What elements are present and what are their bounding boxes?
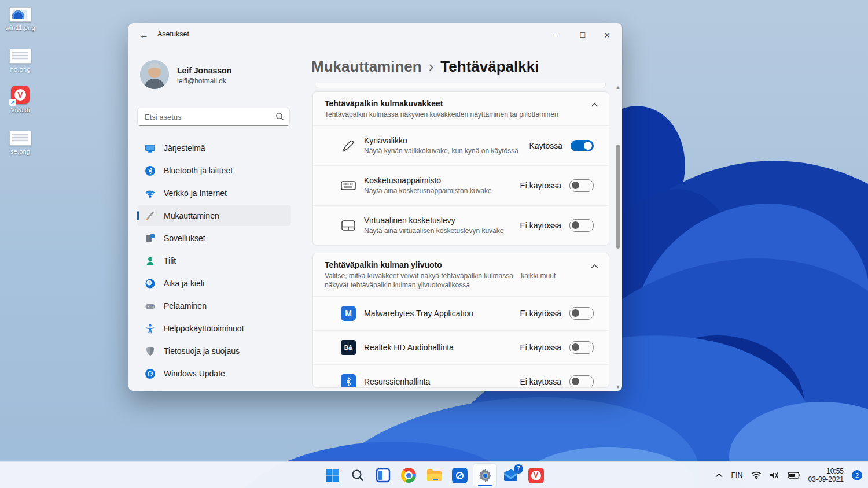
setting-row-touch-keyboard: Kosketusnäppäimistö Näytä aina kosketusn… <box>313 166 609 206</box>
desktop-icon-win11[interactable]: win11.png <box>0 7 41 32</box>
malwarebytes-icon: M <box>341 306 356 321</box>
chrome-icon <box>401 468 416 483</box>
sidebar-item-helppokayttotoiminnot[interactable]: Helppokäyttötoiminnot <box>137 318 291 339</box>
search-icon <box>275 112 284 121</box>
malwarebytes-toggle[interactable] <box>569 307 594 320</box>
setting-row-malwarebytes: M Malwarebytes Tray Application Ei käytö… <box>313 297 609 331</box>
taskbar: 7 V FIN 10:55 03-09-2021 2 <box>0 461 868 488</box>
search-taskbar-icon <box>351 468 365 482</box>
toggle-status: Ei käytössä <box>520 221 561 230</box>
sidebar-item-tietosuoja-ja-suojaus[interactable]: Tietosuoja ja suojaus <box>137 341 291 361</box>
clock[interactable]: 10:55 03-09-2021 <box>808 467 844 483</box>
breadcrumb-parent[interactable]: Mukauttaminen <box>311 58 422 75</box>
active-app-indicator <box>478 485 492 486</box>
file-explorer-button[interactable] <box>422 464 446 487</box>
privacy-icon <box>145 346 156 357</box>
search-input[interactable] <box>144 109 270 125</box>
bluetooth-icon <box>145 165 156 176</box>
vivaldi-icon: V <box>528 468 544 483</box>
sidebar-nav: Järjestelmä Bluetooth ja laitteet Verkko… <box>137 138 291 386</box>
accessibility-icon <box>145 323 156 334</box>
notification-badge[interactable]: 2 <box>852 470 862 480</box>
desktop: win11.png no.png V ↗ Vivaldi se.png ← As… <box>0 0 868 488</box>
scroll-up-arrow[interactable]: ▲ <box>615 84 621 90</box>
desktop-icon-no[interactable]: no.png <box>0 49 41 73</box>
file-explorer-icon <box>426 469 442 482</box>
chevron-up-icon[interactable] <box>715 473 723 478</box>
section-taskbar-corner-overflow: Tehtäväpalkin kulman ylivuoto Valitse, m… <box>312 253 609 388</box>
task-view-button[interactable] <box>372 464 395 487</box>
mail-badge: 7 <box>514 464 523 474</box>
settings-icon <box>477 468 493 483</box>
expander-header[interactable]: Tehtäväpalkin kulmakuvakkeet Tehtäväpalk… <box>313 92 609 126</box>
apps-icon <box>145 233 156 244</box>
bluetooth-app-icon <box>341 374 356 388</box>
sidebar-item-aika-ja-kieli[interactable]: Aika ja kieli <box>137 273 291 294</box>
breadcrumb-separator: › <box>429 58 434 75</box>
settings-button[interactable] <box>473 464 496 487</box>
taskbar-apps: 7 V <box>321 464 547 487</box>
expander-header[interactable]: Tehtäväpalkin kulman ylivuoto Valitse, m… <box>313 253 609 297</box>
wifi-icon[interactable] <box>751 471 762 479</box>
sidebar-item-verkko-ja-internet[interactable]: Verkko ja Internet <box>137 183 291 204</box>
taskbar-search-button[interactable] <box>346 464 369 487</box>
sidebar-item-mukauttaminen[interactable]: Mukauttaminen <box>137 205 291 226</box>
setting-row-resurssienhallinta: Resurssienhallinta Ei käytössä <box>313 365 609 388</box>
avatar[interactable] <box>140 60 169 89</box>
minimize-button[interactable]: – <box>546 28 569 43</box>
sidebar-item-windows-update[interactable]: Windows Update <box>137 363 291 384</box>
toggle-status: Ei käytössä <box>520 181 561 190</box>
pen-icon <box>341 138 355 154</box>
s-app-button[interactable] <box>448 464 471 487</box>
sidebar-item-sovellukset[interactable]: Sovellukset <box>137 228 291 249</box>
content-scrollbar[interactable]: ▲ ▼ <box>615 84 621 390</box>
image-file-icon <box>9 7 31 22</box>
desktop-icon-label: win11.png <box>0 24 41 32</box>
settings-window: ← Asetukset – ☐ ✕ Leif Jonasson leifi@ho… <box>128 23 622 391</box>
toggle-status: Käytössä <box>529 141 562 150</box>
gaming-icon <box>145 301 156 312</box>
personalization-icon <box>145 210 156 221</box>
vivaldi-button[interactable]: V <box>524 464 547 487</box>
chevron-up-icon[interactable] <box>591 102 598 108</box>
sidebar-item-pelaaminen[interactable]: Pelaaminen <box>137 295 291 316</box>
sidebar-item-jarjestelma[interactable]: Järjestelmä <box>137 138 291 158</box>
settings-search[interactable] <box>137 108 290 126</box>
maximize-button[interactable]: ☐ <box>571 28 594 43</box>
volume-icon[interactable] <box>770 471 779 479</box>
time-language-icon <box>145 278 156 289</box>
start-icon <box>325 468 339 482</box>
image-file-icon <box>9 131 31 146</box>
setting-row-virtual-touchpad: Virtuaalinen kosketuslevy Näytä aina vir… <box>313 206 609 245</box>
back-button[interactable]: ← <box>137 29 152 42</box>
sidebar-item-bluetooth-ja-laitteet[interactable]: Bluetooth ja laitteet <box>137 160 291 181</box>
touch-keyboard-icon <box>341 180 356 191</box>
language-indicator[interactable]: FIN <box>731 471 742 479</box>
battery-icon[interactable] <box>788 472 800 479</box>
realtek-toggle[interactable] <box>569 341 594 354</box>
page-title: Tehtäväpalkki <box>440 58 539 75</box>
chevron-up-icon[interactable] <box>591 264 598 269</box>
toggle-status: Ei käytössä <box>520 377 561 386</box>
scrollbar-thumb[interactable] <box>616 145 620 249</box>
pen-menu-toggle[interactable] <box>571 140 594 151</box>
chrome-button[interactable] <box>397 464 420 487</box>
titlebar[interactable]: ← Asetukset – ☐ ✕ <box>128 23 622 46</box>
section-taskbar-corner-icons: Tehtäväpalkin kulmakuvakkeet Tehtäväpalk… <box>312 91 609 246</box>
virtual-touchpad-toggle[interactable] <box>569 219 594 232</box>
vivaldi-shortcut-icon: V ↗ <box>11 86 30 104</box>
profile-name: Leif Jonasson <box>177 66 231 75</box>
scroll-down-arrow[interactable]: ▼ <box>615 384 621 390</box>
desktop-icon-se[interactable]: se.png <box>0 131 41 156</box>
desktop-icon-label: se.png <box>0 148 41 156</box>
close-button[interactable]: ✕ <box>595 28 619 43</box>
profile-email: leifi@hotmail.dk <box>177 77 226 85</box>
desktop-icon-vivaldi[interactable]: V ↗ Vivaldi <box>0 86 41 114</box>
resurssienhallinta-toggle[interactable] <box>569 375 594 388</box>
toggle-status: Ei käytössä <box>520 309 561 318</box>
tray-date: 03-09-2021 <box>808 475 844 483</box>
start-button[interactable] <box>321 464 344 487</box>
touch-keyboard-toggle[interactable] <box>569 179 594 192</box>
sidebar-item-tilit[interactable]: Tilit <box>137 250 291 271</box>
mail-button[interactable]: 7 <box>499 464 522 487</box>
